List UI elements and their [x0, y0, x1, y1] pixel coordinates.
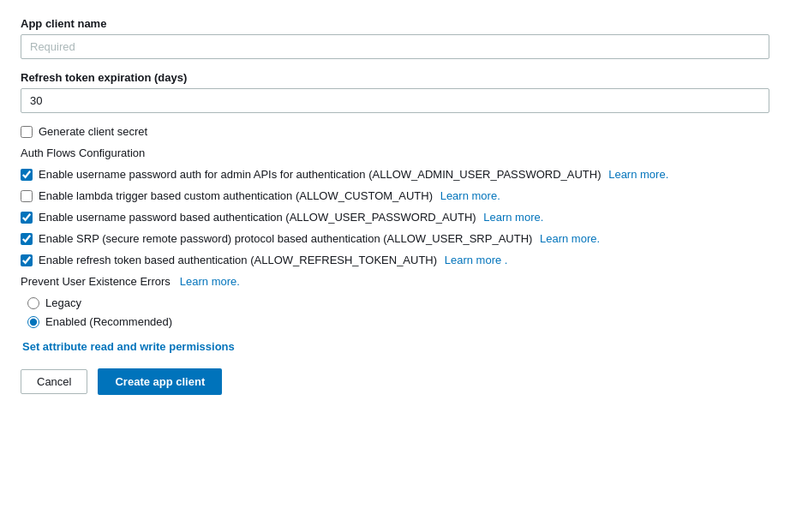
auth-flow-row-5: Enable refresh token based authenticatio… [21, 254, 769, 266]
auth-flow-label-1: Enable username password auth for admin … [39, 168, 668, 181]
auth-flow-row-3: Enable username password based authentic… [21, 211, 769, 224]
auth-flow-checkbox-2[interactable] [21, 190, 33, 202]
learn-more-link-3[interactable]: Learn more. [483, 211, 543, 224]
prevent-existence-radio-group: Legacy Enabled (Recommended) [27, 296, 769, 328]
learn-more-link-1[interactable]: Learn more. [608, 168, 668, 181]
learn-more-link-2[interactable]: Learn more. [440, 189, 500, 202]
generate-secret-label: Generate client secret [39, 125, 147, 138]
generate-secret-checkbox[interactable] [21, 126, 33, 138]
create-app-client-button[interactable]: Create app client [98, 368, 222, 395]
app-client-name-label: App client name [21, 17, 769, 30]
auth-flow-checkbox-1[interactable] [21, 169, 33, 181]
radio-row-enabled: Enabled (Recommended) [27, 315, 769, 328]
radio-enabled-label: Enabled (Recommended) [45, 315, 172, 328]
auth-flow-label-5: Enable refresh token based authenticatio… [39, 254, 507, 266]
auth-flow-row-1: Enable username password auth for admin … [21, 168, 769, 181]
form-button-row: Cancel Create app client [21, 368, 769, 395]
radio-legacy-label: Legacy [45, 296, 81, 309]
refresh-token-label: Refresh token expiration (days) [21, 71, 769, 84]
refresh-token-input[interactable] [21, 88, 769, 113]
auth-flow-label-3: Enable username password based authentic… [39, 211, 543, 224]
auth-flow-row-4: Enable SRP (secure remote password) prot… [21, 232, 769, 245]
refresh-token-group: Refresh token expiration (days) [21, 71, 769, 113]
radio-enabled[interactable] [27, 316, 39, 328]
auth-flow-checkbox-4[interactable] [21, 233, 33, 245]
app-client-name-group: App client name [21, 17, 769, 59]
prevent-existence-title: Prevent User Existence Errors [21, 275, 171, 288]
set-attr-permissions-link[interactable]: Set attribute read and write permissions [22, 340, 769, 353]
auth-flows-title: Auth Flows Configuration [21, 146, 769, 159]
learn-more-link-4[interactable]: Learn more. [540, 232, 600, 245]
app-client-name-input[interactable] [21, 34, 769, 59]
prevent-learn-more-link[interactable]: Learn more. [180, 275, 240, 288]
generate-secret-row: Generate client secret [21, 125, 769, 138]
radio-row-legacy: Legacy [27, 296, 769, 309]
auth-flow-row-2: Enable lambda trigger based custom authe… [21, 189, 769, 202]
learn-more-link-5[interactable]: Learn more . [445, 254, 508, 266]
cancel-button[interactable]: Cancel [21, 369, 87, 394]
auth-flow-checkbox-3[interactable] [21, 212, 33, 224]
auth-flow-label-4: Enable SRP (secure remote password) prot… [39, 232, 600, 245]
auth-flow-label-2: Enable lambda trigger based custom authe… [39, 189, 500, 202]
auth-flow-checkbox-5[interactable] [21, 254, 33, 266]
radio-legacy[interactable] [27, 297, 39, 309]
prevent-existence-row: Prevent User Existence Errors Learn more… [21, 275, 769, 288]
